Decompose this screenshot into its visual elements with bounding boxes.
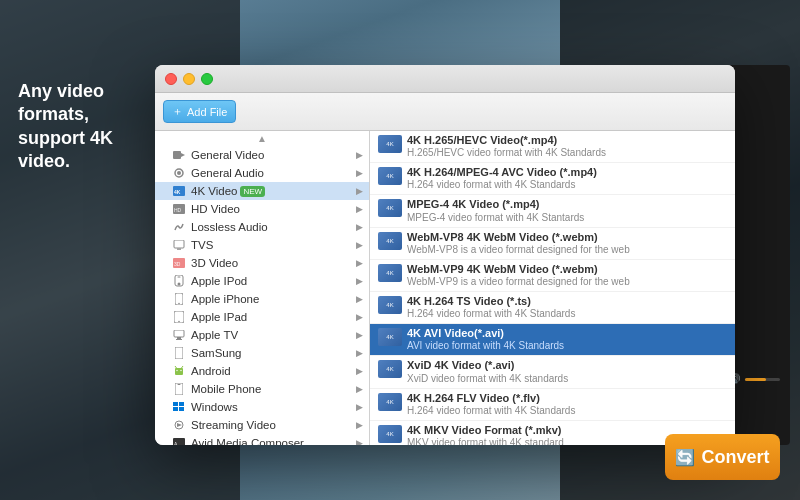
close-button[interactable]	[165, 73, 177, 85]
arrow-icon: ▶	[356, 402, 363, 412]
arrow-icon: ▶	[356, 186, 363, 196]
format-list-panel: 4K 4K H.265/HEVC Video(*.mp4) H.265/HEVC…	[370, 131, 735, 445]
format-thumb: 4K	[378, 328, 402, 346]
arrow-icon: ▶	[356, 150, 363, 160]
svg-rect-24	[175, 347, 183, 359]
svg-line-29	[182, 366, 184, 368]
format-item-avi-4k[interactable]: 4K 4K AVI Video(*.avi) AVI video format …	[370, 324, 735, 356]
sidebar-item-apple-iphone[interactable]: Apple iPhone ▶	[155, 290, 369, 308]
windows-icon	[171, 401, 187, 413]
svg-point-26	[176, 370, 177, 371]
minimize-button[interactable]	[183, 73, 195, 85]
sidebar-item-apple-ipad[interactable]: Apple IPad ▶	[155, 308, 369, 326]
maximize-button[interactable]	[201, 73, 213, 85]
new-badge: NEW	[240, 186, 265, 197]
format-thumb: 4K	[378, 232, 402, 250]
format-thumb: 4K	[378, 360, 402, 378]
format-item-h264-ts[interactable]: 4K 4K H.264 TS Video (*.ts) H.264 video …	[370, 292, 735, 324]
svg-rect-16	[178, 277, 181, 278]
svg-point-3	[177, 171, 181, 175]
traffic-lights	[165, 73, 213, 85]
format-thumb: 4K	[378, 296, 402, 314]
svg-point-18	[178, 303, 180, 305]
promo-text: Any video formats, support 4K video.	[18, 80, 128, 174]
arrow-icon: ▶	[356, 438, 363, 445]
format-item-webm-vp8[interactable]: 4K WebM-VP8 4K WebM Video (*.webm) WebM-…	[370, 228, 735, 260]
svg-point-27	[180, 370, 181, 371]
svg-rect-25	[175, 368, 183, 375]
svg-text:3D: 3D	[174, 261, 181, 267]
sidebar-item-avid[interactable]: A Avid Media Composer ▶	[155, 434, 369, 445]
svg-rect-22	[177, 337, 181, 339]
svg-rect-32	[173, 402, 178, 406]
sidebar-item-windows[interactable]: Windows ▶	[155, 398, 369, 416]
apple-iphone-icon	[171, 293, 187, 305]
arrow-icon: ▶	[356, 204, 363, 214]
scroll-up[interactable]: ▲	[155, 131, 369, 146]
sidebar-item-lossless-audio[interactable]: Lossless Audio ▶	[155, 218, 369, 236]
svg-rect-35	[179, 407, 184, 411]
left-panel: ▲ General Video ▶ General Audio ▶ 4K	[155, 131, 370, 445]
lossless-icon	[171, 221, 187, 233]
arrow-icon: ▶	[356, 294, 363, 304]
format-item-h264-avc[interactable]: 4K 4K H.264/MPEG-4 AVC Video (*.mp4) H.2…	[370, 163, 735, 195]
arrow-icon: ▶	[356, 240, 363, 250]
sidebar-item-samsung[interactable]: SamSung ▶	[155, 344, 369, 362]
sidebar-item-mobile-phone[interactable]: Mobile Phone ▶	[155, 380, 369, 398]
format-item-xvid[interactable]: 4K XviD 4K Video (*.avi) XviD video form…	[370, 356, 735, 388]
svg-text:HD: HD	[174, 207, 182, 213]
arrow-icon: ▶	[356, 222, 363, 232]
svg-marker-1	[181, 153, 185, 157]
format-item-webm-vp9[interactable]: 4K WebM-VP9 4K WebM Video (*.webm) WebM-…	[370, 260, 735, 292]
sidebar-item-hd-video[interactable]: HD HD Video ▶	[155, 200, 369, 218]
apple-ipod-icon	[171, 275, 187, 287]
sidebar-item-streaming[interactable]: Streaming Video ▶	[155, 416, 369, 434]
format-item-h265[interactable]: 4K 4K H.265/HEVC Video(*.mp4) H.265/HEVC…	[370, 131, 735, 163]
svg-rect-8	[174, 240, 184, 248]
format-thumb: 4K	[378, 167, 402, 185]
arrow-icon: ▶	[356, 348, 363, 358]
sidebar-item-apple-tv[interactable]: Apple TV ▶	[155, 326, 369, 344]
sidebar-item-apple-ipod[interactable]: Apple IPod ▶	[155, 272, 369, 290]
sidebar-item-general-audio[interactable]: General Audio ▶	[155, 164, 369, 182]
samsung-icon	[171, 347, 187, 359]
svg-rect-21	[174, 330, 184, 337]
convert-icon: 🔄	[675, 448, 695, 467]
android-icon	[171, 365, 187, 377]
format-item-mpeg4[interactable]: 4K MPEG-4 4K Video (*.mp4) MPEG-4 video …	[370, 195, 735, 227]
avid-icon: A	[171, 437, 187, 445]
video-icon	[171, 149, 187, 161]
app-window: ＋ Add File ▲ General Video ▶ General Aud…	[155, 65, 735, 445]
format-thumb: 4K	[378, 199, 402, 217]
volume-bar[interactable]	[745, 378, 780, 381]
apple-ipad-icon	[171, 311, 187, 323]
format-item-flv[interactable]: 4K 4K H.264 FLV Video (*.flv) H.264 vide…	[370, 389, 735, 421]
title-bar	[155, 65, 735, 93]
sidebar-item-3d-video[interactable]: 3D 3D Video ▶	[155, 254, 369, 272]
sidebar-item-android[interactable]: Android ▶	[155, 362, 369, 380]
format-thumb: 4K	[378, 425, 402, 443]
svg-rect-0	[173, 151, 181, 159]
sidebar-item-tvs[interactable]: TVS ▶	[155, 236, 369, 254]
add-icon: ＋	[172, 104, 183, 119]
arrow-icon: ▶	[356, 366, 363, 376]
arrow-icon: ▶	[356, 258, 363, 268]
svg-point-15	[178, 283, 181, 286]
tv-icon	[171, 239, 187, 251]
stream-icon	[171, 419, 187, 431]
apple-tv-icon	[171, 329, 187, 341]
arrow-icon: ▶	[356, 168, 363, 178]
svg-rect-33	[179, 402, 184, 406]
format-thumb: 4K	[378, 393, 402, 411]
format-thumb: 4K	[378, 135, 402, 153]
sidebar-item-general-video[interactable]: General Video ▶	[155, 146, 369, 164]
convert-button[interactable]: 🔄 Convert	[665, 434, 780, 480]
3d-icon: 3D	[171, 257, 187, 269]
add-file-button[interactable]: ＋ Add File	[163, 100, 236, 123]
sidebar-item-4k-video[interactable]: 4K 4K Video NEW ▶	[155, 182, 369, 200]
arrow-icon: ▶	[356, 276, 363, 286]
audio-icon	[171, 167, 187, 179]
4k-icon: 4K	[171, 185, 187, 197]
svg-rect-23	[176, 339, 182, 340]
svg-text:4K: 4K	[174, 189, 181, 195]
